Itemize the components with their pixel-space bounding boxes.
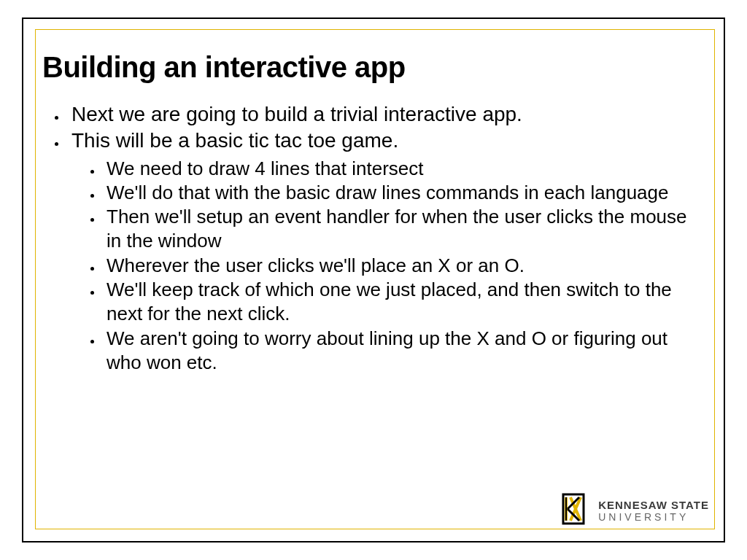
sub-bullet-item: Then we'll setup an event handler for wh… bbox=[102, 205, 705, 254]
bullet-item: Next we are going to build a trivial int… bbox=[67, 101, 705, 128]
sub-bullet-item: Wherever the user clicks we'll place an … bbox=[102, 254, 705, 278]
sub-bullet-list: We need to draw 4 lines that intersect W… bbox=[71, 157, 705, 375]
slide-page: Building an interactive app Next we are … bbox=[0, 0, 747, 560]
sub-bullet-item: We need to draw 4 lines that intersect bbox=[102, 157, 705, 181]
slide-content: Building an interactive app Next we are … bbox=[42, 51, 705, 516]
bullet-list: Next we are going to build a trivial int… bbox=[42, 101, 705, 375]
bullet-text: This will be a basic tic tac toe game. bbox=[71, 129, 398, 152]
university-logo: KENNESAW STATE UNIVERSITY bbox=[556, 491, 709, 529]
logo-line2: UNIVERSITY bbox=[598, 512, 709, 522]
sub-bullet-item: We'll do that with the basic draw lines … bbox=[102, 181, 705, 205]
slide-title: Building an interactive app bbox=[42, 51, 705, 84]
logo-line1: KENNESAW STATE bbox=[598, 499, 709, 510]
sub-bullet-item: We aren't going to worry about lining up… bbox=[102, 327, 705, 376]
bullet-item: This will be a basic tic tac toe game. W… bbox=[67, 128, 705, 375]
sub-bullet-item: We'll keep track of which one we just pl… bbox=[102, 278, 705, 327]
ksu-logo-icon bbox=[556, 491, 591, 529]
logo-text: KENNESAW STATE UNIVERSITY bbox=[598, 499, 709, 522]
